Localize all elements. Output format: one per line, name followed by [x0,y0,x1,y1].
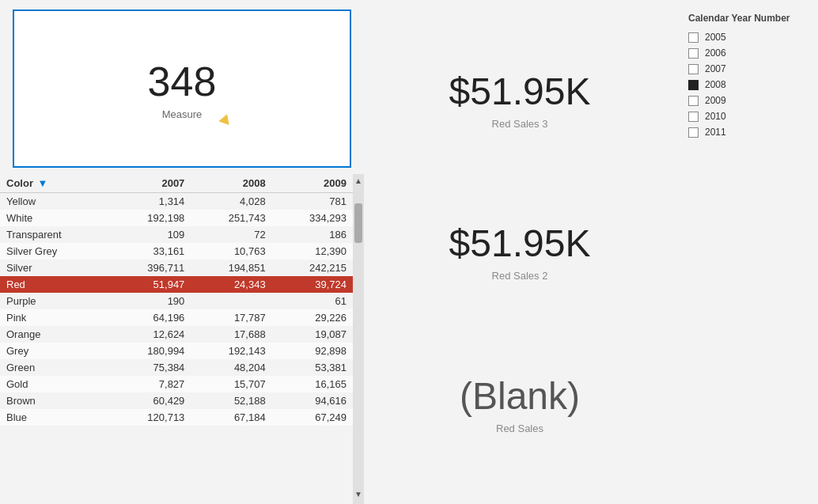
kpi-bottom: (Blank) Red Sales [460,374,580,434]
legend-item[interactable]: 2010 [688,111,805,122]
legend-item[interactable]: 2011 [688,127,805,138]
table-row[interactable]: Brown60,42952,18894,616 [0,392,353,409]
cell-2007: 1,314 [110,193,191,210]
cell-color: Transparent [0,226,110,243]
cell-color: White [0,210,110,226]
scroll-thumb[interactable] [354,203,362,243]
legend-year-label: 2011 [705,127,726,138]
cell-2009: 12,390 [272,243,353,260]
kpi-bottom-label: Red Sales [496,423,543,434]
legend-title: Calendar Year Number [688,13,805,24]
legend-year-label: 2009 [705,95,726,106]
cell-2007: 7,827 [110,376,191,392]
col-header-2009[interactable]: 2009 [272,174,353,193]
scrollbar[interactable]: ▲ ▼ [353,174,364,504]
cell-color: Grey [0,343,110,359]
cell-color: Silver [0,260,110,276]
legend-checkbox[interactable] [688,48,699,59]
table-row[interactable]: Pink64,19617,78729,226 [0,309,353,326]
cell-2009: 61 [272,293,353,309]
cell-color: Gold [0,376,110,392]
cursor-icon [218,112,232,125]
col-header-2007[interactable]: 2007 [110,174,191,193]
table-row[interactable]: Yellow1,3144,028781 [0,193,353,210]
card-widget: 348 Measure [13,9,351,168]
cell-2009: 19,087 [272,326,353,343]
cell-2008: 72 [191,226,271,243]
table-row[interactable]: Silver Grey33,16110,76312,390 [0,243,353,260]
cell-color: Silver Grey [0,243,110,260]
scroll-down-arrow[interactable]: ▼ [352,487,364,501]
cell-2009: 29,226 [272,309,353,326]
cell-2007: 12,624 [110,326,191,343]
table-row[interactable]: Silver396,711194,851242,215 [0,260,353,276]
legend-checkbox[interactable] [688,112,699,122]
kpi-top-label: Red Sales 3 [492,118,548,130]
legend-item[interactable]: 2006 [688,47,805,59]
cell-2009: 186 [272,226,353,243]
cell-color: Purple [0,293,110,309]
legend-item[interactable]: 2009 [688,95,805,106]
table-row[interactable]: Gold7,82715,70716,165 [0,376,353,392]
cell-2008: 67,184 [191,409,271,426]
cell-2007: 180,994 [110,343,191,359]
table-row[interactable]: Transparent10972186 [0,226,353,243]
col-header-2008[interactable]: 2008 [191,174,271,193]
cell-2009: 242,215 [272,260,353,276]
cell-color: Pink [0,309,110,326]
cell-2008 [191,293,271,309]
cell-2009: 334,293 [272,210,353,226]
legend-checkbox[interactable] [688,127,699,138]
cell-2009: 16,165 [272,376,353,392]
legend-item[interactable]: 2008 [688,79,805,90]
cell-2009: 92,898 [272,343,353,359]
cell-2008: 4,028 [191,193,271,210]
cell-2008: 24,343 [191,276,271,293]
cell-2008: 17,688 [191,326,271,343]
legend-checkbox[interactable] [688,80,699,90]
legend-items: 2005200620072008200920102011 [688,32,805,138]
legend-checkbox[interactable] [688,32,699,43]
cell-2007: 190 [110,293,191,309]
cell-2008: 17,787 [191,309,271,326]
cell-2007: 64,196 [110,309,191,326]
table-row[interactable]: Purple19061 [0,293,353,309]
cell-2008: 48,204 [191,359,271,376]
legend-checkbox[interactable] [688,96,699,106]
scroll-up-arrow[interactable]: ▲ [352,174,364,188]
cell-2009: 39,724 [272,276,353,293]
kpi-top: $51.95K Red Sales 3 [449,70,591,130]
cell-2008: 10,763 [191,243,271,260]
table-row[interactable]: Grey180,994192,14392,898 [0,343,353,359]
cell-2009: 94,616 [272,392,353,409]
cell-2009: 67,249 [272,409,353,426]
cell-2008: 194,851 [191,260,271,276]
legend-item[interactable]: 2007 [688,63,805,74]
card-value: 348 [148,58,217,105]
table-container: ▲ ▼ Color ▼ 2007 2008 2009 Yellow1,3144,… [0,174,364,504]
kpi-middle-value: $51.95K [449,222,591,265]
cell-2008: 15,707 [191,376,271,392]
cell-2008: 251,743 [191,210,271,226]
legend-checkbox[interactable] [688,64,699,74]
data-table: Color ▼ 2007 2008 2009 Yellow1,3144,0287… [0,174,353,426]
cell-color: Yellow [0,193,110,210]
cell-color: Brown [0,392,110,409]
table-row[interactable]: Blue120,71367,18467,249 [0,409,353,426]
col-header-color[interactable]: Color ▼ [0,174,110,193]
table-row[interactable]: Orange12,62417,68819,087 [0,326,353,343]
kpi-top-value: $51.95K [449,70,591,113]
table-row[interactable]: Green75,38448,20453,381 [0,359,353,376]
cell-color: Green [0,359,110,376]
legend-year-label: 2007 [705,63,726,74]
legend-year-label: 2005 [705,32,726,43]
table-row[interactable]: White192,198251,743334,293 [0,210,353,226]
cell-2008: 192,143 [191,343,271,359]
legend-year-label: 2010 [705,111,726,122]
kpi-bottom-value: (Blank) [460,374,580,418]
cell-2007: 51,947 [110,276,191,293]
left-panel: 348 Measure ▲ ▼ Color ▼ 2007 2008 2009 Y… [0,0,364,504]
legend-item[interactable]: 2005 [688,32,805,43]
table-header-row: Color ▼ 2007 2008 2009 [0,174,353,193]
table-row[interactable]: Red51,94724,34339,724 [0,276,353,293]
